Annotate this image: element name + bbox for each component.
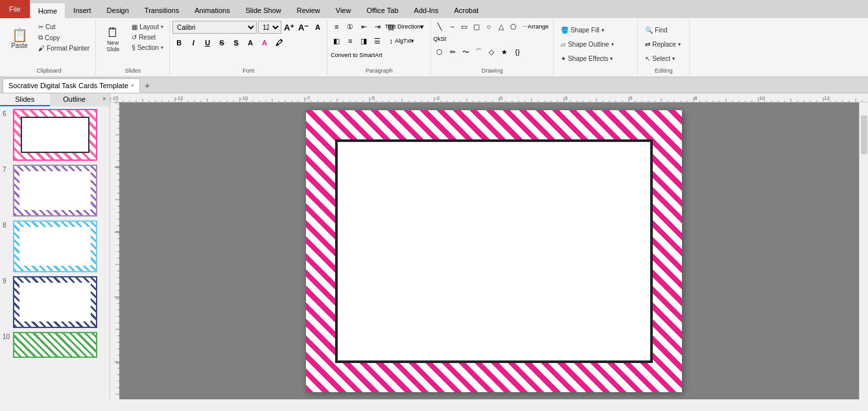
align-text-button[interactable]: AlgTxt▾ [398,35,411,47]
drawing-group: ╲ → ▭ ▢ ○ △ ⬠ ⋯ Arrange QkSt ⬡ ✏ 〜 ⌒ ◇ ★… [431,19,554,75]
new-slide-button[interactable]: 🗒 NewSlide [99,21,127,57]
slide-9-bg [14,277,96,327]
slide-10-bg [14,333,96,358]
clear-format-button[interactable]: A [311,21,324,34]
content-area [110,93,868,399]
doc-tab-close-button[interactable]: × [131,82,134,89]
layout-arrow: ▾ [161,24,163,30]
paragraph-group: ≡ ① ⇤ ⇥ ▥ Text Direction▾ ◧ ≡ ◨ ☰ ↕ AlgT… [327,19,431,75]
strikethrough-button[interactable]: S [215,36,228,49]
slide-thumb-6[interactable] [13,109,97,161]
shape-connector[interactable]: ⌒ [473,46,484,58]
decrease-indent-button[interactable]: ⇤ [357,21,370,32]
tab-insert[interactable]: Insert [65,3,99,18]
font-group: Calibri 12 A⁺ A⁻ A B I U S S A A 🖍 Font [170,19,327,75]
shape-rect[interactable]: ▭ [458,21,470,32]
shape-brace[interactable]: {} [511,46,523,58]
slide-item-10[interactable]: 10 [3,332,107,358]
tab-view[interactable]: View [328,3,359,18]
slide-inner-content[interactable] [335,139,653,363]
bullets-button[interactable]: ≡ [330,21,343,32]
increase-indent-button[interactable]: ⇥ [371,21,384,32]
paragraph-label: Paragraph [330,67,428,74]
slide-thumb-8[interactable] [13,220,97,272]
slides-group: 🗒 NewSlide ▦ Layout ▾ ↺ Reset § Section … [96,19,170,75]
tab-animations[interactable]: Animations [187,3,237,18]
shape-outline-button[interactable]: ▱ Shape Outline ▾ [556,38,618,51]
slide-thumb-10[interactable] [13,332,97,358]
scroll-track-v[interactable] [859,102,868,399]
slide-item-7[interactable]: 7 [3,165,107,217]
tab-acrobat[interactable]: Acrobat [446,3,486,18]
layout-button[interactable]: ▦ Layout ▾ [128,22,167,32]
shape-effects-button[interactable]: ✦ Shape Effects ▾ [556,52,617,65]
align-right-button[interactable]: ◨ [357,35,370,47]
tab-addins[interactable]: Add-Ins [406,3,447,18]
tab-file[interactable]: File [0,0,30,18]
shape-effects-group: 🪣 Shape Fill ▾ ▱ Shape Outline ▾ ✦ Shape… [554,19,638,75]
shape-oval[interactable]: ○ [483,21,495,32]
justify-button[interactable]: ☰ [371,35,384,47]
shadow-button[interactable]: S [229,36,242,49]
paste-button[interactable]: 📋 Paste [5,21,34,57]
tab-transitions[interactable]: Transitions [137,3,187,18]
main-area: Slides Outline × 6 7 [0,93,868,399]
text-direction-button[interactable]: Text Direction▾ [398,21,411,32]
shape-star[interactable]: ★ [499,46,510,58]
tab-slides[interactable]: Slides [0,93,50,106]
quick-styles-button[interactable]: QkSt [434,33,445,45]
shape-diamond[interactable]: ◇ [486,46,497,58]
section-button[interactable]: § Section ▾ [128,43,167,53]
shape-arrow-right[interactable]: → [446,21,458,32]
slide-item-8[interactable]: 8 [3,220,107,272]
font-color-button[interactable]: A [258,36,271,49]
tab-review[interactable]: Review [289,3,328,18]
tab-home[interactable]: Home [30,3,65,19]
slide-panel-close[interactable]: × [99,93,110,104]
shape-rounded-rect[interactable]: ▢ [471,21,482,32]
main-slide[interactable] [306,110,682,392]
tab-slideshow[interactable]: Slide Show [238,3,289,18]
slide-item-6[interactable]: 6 [3,109,107,161]
arrange-button[interactable]: Arrange [532,21,544,32]
underline-button[interactable]: U [201,36,214,49]
convert-smartart-button[interactable]: Convert to SmartArt [330,49,383,61]
document-tab[interactable]: Socrative Digital Task Cards Template × [3,78,140,93]
font-size-select[interactable]: 12 [258,21,281,34]
slide-thumb-9[interactable] [13,276,97,328]
shape-fill-more[interactable]: ⬡ [434,46,445,58]
decrease-font-button[interactable]: A⁻ [297,21,310,34]
reset-button[interactable]: ↺ Reset [128,32,167,42]
new-tab-button[interactable]: + [140,78,154,93]
increase-font-button[interactable]: A⁺ [283,21,296,34]
shape-line[interactable]: ╲ [434,21,445,32]
shape-triangle[interactable]: △ [495,21,507,32]
find-button[interactable]: 🔍 Find [640,23,672,36]
shape-pen[interactable]: ✏ [447,46,458,58]
italic-button[interactable]: I [187,36,200,49]
cut-button[interactable]: ✂ Cut [35,22,93,32]
numbering-button[interactable]: ① [344,21,357,32]
char-spacing-button[interactable]: A [244,36,257,49]
align-center-button[interactable]: ≡ [344,35,357,47]
replace-button[interactable]: ⇄ Replace ▾ [640,38,685,51]
bold-button[interactable]: B [172,36,185,49]
align-left-button[interactable]: ◧ [330,35,343,47]
shape-effects-icon: ✦ [561,55,566,62]
text-highlight-button[interactable]: 🖍 [272,36,285,49]
copy-button[interactable]: ⧉ Copy [35,32,93,43]
tab-officetab[interactable]: Office Tab [358,3,406,18]
tab-design[interactable]: Design [99,3,137,18]
font-label: Font [172,67,324,74]
shape-fill-button[interactable]: 🪣 Shape Fill ▾ [556,23,608,36]
format-painter-button[interactable]: 🖌 Format Painter [35,43,93,53]
shape-curve[interactable]: 〜 [460,46,471,58]
slide-thumb-7[interactable] [13,165,97,217]
font-family-select[interactable]: Calibri [172,21,257,34]
scroll-thumb-v[interactable] [861,115,867,154]
shape-pentagon[interactable]: ⬠ [508,21,519,32]
slide-item-9[interactable]: 9 [3,276,107,328]
new-slide-label: NewSlide [106,40,119,53]
tab-outline[interactable]: Outline [50,93,100,106]
select-button[interactable]: ↖ Select ▾ [640,52,679,65]
